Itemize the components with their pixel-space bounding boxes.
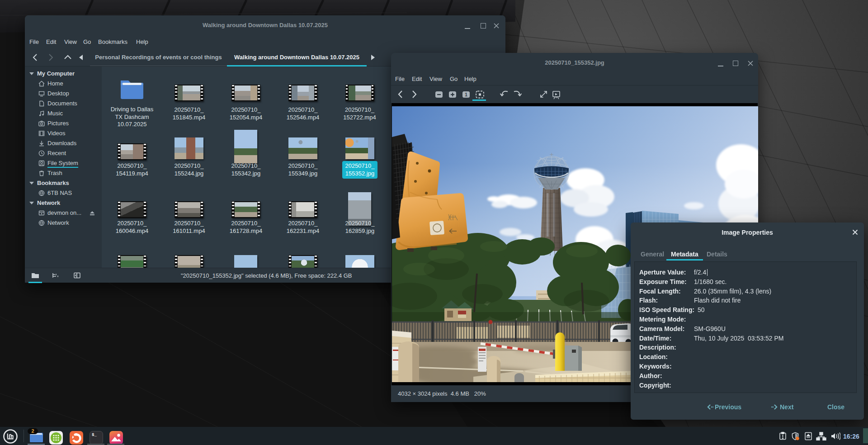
svg-text:1: 1 <box>465 92 467 97</box>
